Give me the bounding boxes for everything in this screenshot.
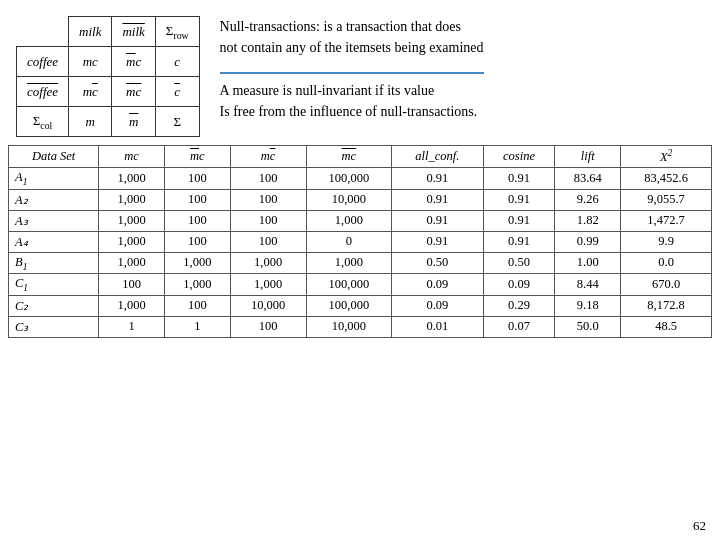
cell-mbar: m <box>112 107 155 137</box>
cell-cosine: 0.09 <box>483 274 555 296</box>
table-row: C₂1,00010010,000100,0000.090.299.188,172… <box>9 295 712 316</box>
cell-c: c <box>155 47 199 77</box>
table-row: A₂1,00010010010,0000.910.919.269,055.7 <box>9 189 712 210</box>
th-mbarc: mc <box>164 146 230 168</box>
cell-lift: 9.18 <box>555 295 621 316</box>
cell-mcbar: 10,000 <box>230 295 306 316</box>
page-number: 62 <box>693 518 706 534</box>
cell-mbarcbar: 10,000 <box>306 316 392 337</box>
cell-lift: 0.99 <box>555 231 621 252</box>
cell-all_conf: 0.01 <box>392 316 483 337</box>
cell-cosine: 0.29 <box>483 295 555 316</box>
cell-mbarc: 100 <box>164 210 230 231</box>
cell-chi2: 48.5 <box>621 316 712 337</box>
cell-mbarc: 1,000 <box>164 252 230 274</box>
row-coffee-bar: coffee <box>17 77 69 107</box>
cell-cosine: 0.50 <box>483 252 555 274</box>
cell-cosine: 0.91 <box>483 231 555 252</box>
data-table: Data Set mc mc mc mc all_conf. cosine li… <box>8 145 712 338</box>
cell-mbarcbar: 1,000 <box>306 210 392 231</box>
cell-lift: 1.00 <box>555 252 621 274</box>
th-allconf: all_conf. <box>392 146 483 168</box>
th-mc: mc <box>99 146 165 168</box>
table-row: B11,0001,0001,0001,0000.500.501.000.0 <box>9 252 712 274</box>
cell-dataset: B1 <box>9 252 99 274</box>
cell-cosine: 0.91 <box>483 210 555 231</box>
cell-lift: 9.26 <box>555 189 621 210</box>
cell-mcbar: 100 <box>230 189 306 210</box>
cell-mc: mc <box>69 47 112 77</box>
cell-mbarc: 100 <box>164 295 230 316</box>
cell-lift: 1.82 <box>555 210 621 231</box>
measure-text: A measure is null-invariant if its value… <box>220 72 484 122</box>
cell-mbarcbar: 100,000 <box>306 168 392 190</box>
cell-cosine: 0.91 <box>483 189 555 210</box>
cell-all_conf: 0.91 <box>392 168 483 190</box>
cell-mbarc: 1,000 <box>164 274 230 296</box>
cell-chi2: 8,172.8 <box>621 295 712 316</box>
cell-mc: 1,000 <box>99 252 165 274</box>
cell-lift: 83.64 <box>555 168 621 190</box>
cell-mc: 1,000 <box>99 168 165 190</box>
cell-dataset: C₂ <box>9 295 99 316</box>
top-section: milk milk Σrow coffee mc mc c coffee mc … <box>0 0 720 145</box>
table-row: A11,000100100100,0000.910.9183.6483,452.… <box>9 168 712 190</box>
th-mbarcbar: mc <box>306 146 392 168</box>
cell-mc: 1 <box>99 316 165 337</box>
cell-mcbar: 100 <box>230 210 306 231</box>
cell-cosine: 0.91 <box>483 168 555 190</box>
col-sigma-row: Σrow <box>155 17 199 47</box>
cell-mcbar: 1,000 <box>230 252 306 274</box>
cell-dataset: C₃ <box>9 316 99 337</box>
cell-mcbar: mc <box>69 77 112 107</box>
col-milk: milk <box>69 17 112 47</box>
cell-mbarcbar: mc <box>112 77 155 107</box>
null-transactions-text: Null-transactions: is a transaction that… <box>220 16 484 58</box>
cell-chi2: 670.0 <box>621 274 712 296</box>
cell-mbarcbar: 1,000 <box>306 252 392 274</box>
row-coffee: coffee <box>17 47 69 77</box>
cell-sigma: Σ <box>155 107 199 137</box>
cell-dataset: A₄ <box>9 231 99 252</box>
th-cosine: cosine <box>483 146 555 168</box>
cell-all_conf: 0.91 <box>392 189 483 210</box>
matrix-table: milk milk Σrow coffee mc mc c coffee mc … <box>16 16 200 137</box>
cell-mbarcbar: 100,000 <box>306 295 392 316</box>
cell-chi2: 83,452.6 <box>621 168 712 190</box>
cell-all_conf: 0.50 <box>392 252 483 274</box>
cell-dataset: C1 <box>9 274 99 296</box>
cell-lift: 8.44 <box>555 274 621 296</box>
row-sigma-col: Σcol <box>17 107 69 137</box>
cell-mcbar: 100 <box>230 231 306 252</box>
cell-chi2: 1,472.7 <box>621 210 712 231</box>
col-milk-bar: milk <box>112 17 155 47</box>
cell-mcbar: 1,000 <box>230 274 306 296</box>
cell-mc: 1,000 <box>99 189 165 210</box>
cell-chi2: 9.9 <box>621 231 712 252</box>
cell-mbarc: 100 <box>164 189 230 210</box>
th-dataset: Data Set <box>9 146 99 168</box>
cell-cosine: 0.07 <box>483 316 555 337</box>
cell-all_conf: 0.09 <box>392 274 483 296</box>
cell-dataset: A₂ <box>9 189 99 210</box>
cell-mbarc: mc <box>112 47 155 77</box>
cell-mcbar: 100 <box>230 316 306 337</box>
cell-chi2: 0.0 <box>621 252 712 274</box>
cell-mcbar: 100 <box>230 168 306 190</box>
cell-mc: 1,000 <box>99 210 165 231</box>
cell-mc: 100 <box>99 274 165 296</box>
cell-mbarcbar: 10,000 <box>306 189 392 210</box>
cell-all_conf: 0.09 <box>392 295 483 316</box>
th-lift: lift <box>555 146 621 168</box>
cell-chi2: 9,055.7 <box>621 189 712 210</box>
cell-all_conf: 0.91 <box>392 210 483 231</box>
cell-mbarcbar: 100,000 <box>306 274 392 296</box>
cell-mc: 1,000 <box>99 231 165 252</box>
cell-dataset: A₃ <box>9 210 99 231</box>
cell-mbarc: 100 <box>164 168 230 190</box>
data-table-container: Data Set mc mc mc mc all_conf. cosine li… <box>0 145 720 346</box>
th-mcbar: mc <box>230 146 306 168</box>
table-row: A₃1,0001001001,0000.910.911.821,472.7 <box>9 210 712 231</box>
right-text-block: Null-transactions: is a transaction that… <box>220 12 484 137</box>
cell-mc: 1,000 <box>99 295 165 316</box>
